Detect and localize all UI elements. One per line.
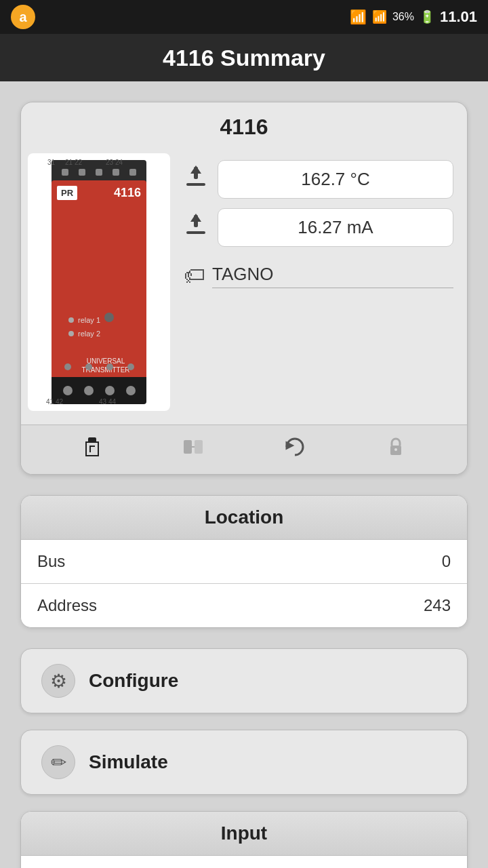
bottom-connectors	[52, 363, 146, 370]
input-header: Input	[21, 812, 467, 856]
configure-label: Configure	[89, 670, 178, 692]
svg-rect-9	[98, 441, 99, 456]
svg-point-18	[394, 448, 397, 451]
bus-value: 0	[442, 552, 451, 571]
configure-button[interactable]: ⚙ Configure	[20, 648, 468, 713]
bus-row: Bus 0	[21, 540, 467, 584]
corner-num-br: 43 44	[99, 398, 116, 406]
temp-row: 162.7 °C	[184, 160, 453, 199]
temperature-value: 162.7 °C	[218, 160, 453, 199]
wifi-icon: 📶	[350, 9, 367, 25]
svg-marker-16	[287, 443, 292, 448]
refresh-icon[interactable]	[283, 435, 307, 465]
input-type-row: Input Type CURR	[21, 856, 467, 868]
address-label: Address	[37, 596, 97, 615]
simulate-label: Simulate	[89, 751, 168, 773]
input-card: Input Input Type CURR	[20, 811, 468, 868]
values-panel: 162.7 °C 16.27 mA 🏷	[184, 153, 453, 411]
battery-text: 36%	[392, 11, 414, 23]
tag-value: TAGNO	[212, 264, 453, 288]
svg-rect-12	[89, 446, 95, 447]
device-model-label: 4116	[114, 186, 141, 200]
svg-rect-7	[85, 441, 99, 443]
signal-icon: 📶	[372, 9, 387, 24]
info-icon[interactable]	[80, 435, 104, 465]
compare-icon[interactable]	[181, 435, 205, 465]
current-value: 16.27 mA	[218, 208, 453, 247]
current-row: 16.27 mA	[184, 208, 453, 247]
address-value: 243	[424, 596, 451, 615]
status-bar: a 📶 📶 36% 🔋 11.01	[0, 0, 488, 34]
status-bar-left: a	[11, 5, 35, 29]
output-icon-2	[184, 212, 208, 243]
top-bar: 4116 Summary	[0, 34, 488, 81]
corner-num-bl: 41 42	[46, 398, 63, 406]
device-body: PR 4116 relay 1 relay 2	[52, 180, 146, 384]
svg-marker-2	[190, 165, 201, 174]
card-toolbar	[21, 425, 467, 474]
pr-label: PR	[57, 186, 77, 200]
location-header: Location	[21, 496, 467, 540]
svg-rect-10	[85, 455, 99, 456]
simulate-button[interactable]: ✏ Simulate	[20, 730, 468, 795]
status-time: 11.01	[440, 8, 477, 26]
corner-num-tl: 31	[47, 159, 55, 166]
location-card: Location Bus 0 Address 243	[20, 495, 468, 628]
svg-rect-3	[186, 231, 205, 234]
tag-icon: 🏷	[184, 263, 205, 288]
svg-rect-8	[85, 441, 87, 456]
svg-rect-14	[195, 440, 203, 454]
device-title: 4116	[21, 102, 467, 146]
device-card: 4116 PR	[20, 102, 468, 475]
device-card-body: PR 4116 relay 1 relay 2	[21, 146, 467, 425]
page-title: 4116 Summary	[163, 45, 325, 71]
tag-row: 🏷 TAGNO	[184, 256, 453, 288]
lock-icon[interactable]	[384, 435, 408, 465]
relay2-indicator: relay 2	[68, 330, 100, 338]
status-circle	[104, 313, 114, 322]
main-content: 4116 PR	[0, 81, 488, 868]
svg-marker-5	[190, 214, 201, 222]
corner-num-t1: 21 22	[65, 159, 82, 166]
svg-rect-13	[184, 440, 192, 454]
battery-icon: 🔋	[420, 9, 434, 24]
relay1-indicator: relay 1	[68, 316, 100, 324]
device-image-container: PR 4116 relay 1 relay 2	[28, 153, 170, 411]
status-bar-right: 📶 📶 36% 🔋 11.01	[350, 8, 477, 26]
configure-icon: ⚙	[41, 664, 75, 698]
simulate-icon: ✏	[41, 745, 75, 779]
device-image: PR 4116 relay 1 relay 2	[38, 160, 160, 404]
corner-num-t2: 23 24	[106, 159, 123, 166]
output-icon	[184, 164, 208, 195]
bus-label: Bus	[37, 552, 65, 571]
svg-rect-0	[186, 183, 205, 186]
app-icon: a	[11, 5, 35, 29]
address-row: Address 243	[21, 584, 467, 627]
